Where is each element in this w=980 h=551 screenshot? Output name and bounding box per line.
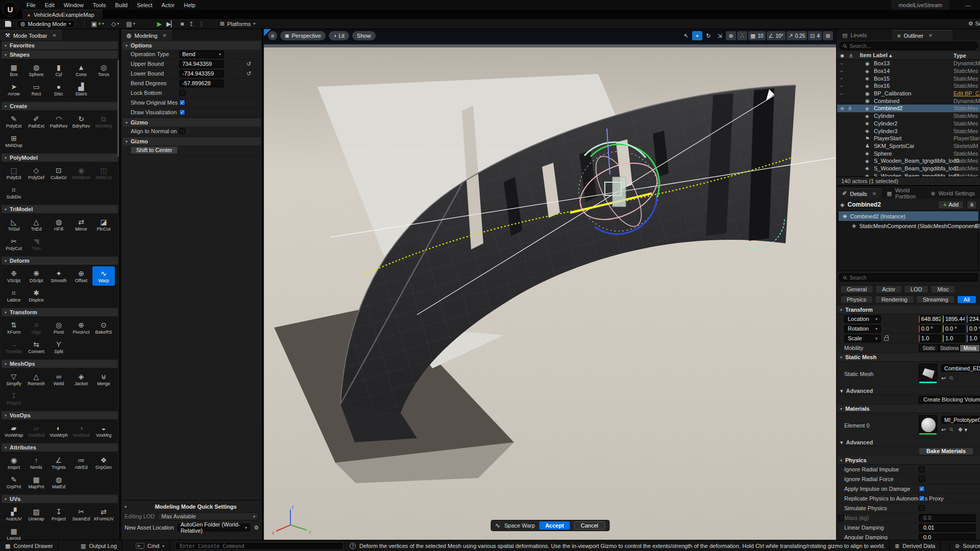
- tab-mode-toolbar[interactable]: ⚒ Mode Toolbar ✕: [0, 30, 62, 40]
- reset-to-default-icon[interactable]: ↺: [247, 70, 251, 77]
- tool-polycut[interactable]: ✂PolyCut: [3, 234, 25, 254]
- blueprints-button[interactable]: ◇▾: [108, 20, 122, 28]
- select-tool[interactable]: ↖: [681, 31, 691, 40]
- gizmo2-section-header[interactable]: ▾Gizmo: [122, 137, 261, 145]
- tool-simplfy[interactable]: ▽Simplfy: [3, 369, 25, 389]
- outliner-row-skm-sportscar[interactable]: ♟SKM_SportsCarSkeletalM: [837, 142, 980, 150]
- filter-rendering[interactable]: Rendering: [875, 295, 914, 304]
- use-selected-icon[interactable]: ↩: [941, 427, 946, 433]
- add-component-button[interactable]: + Add: [938, 201, 964, 209]
- outliner-search[interactable]: ⚲: [839, 42, 978, 50]
- level-tab[interactable]: ▲ VehicleAdvExampleMap: [22, 10, 103, 19]
- rotation-axis-select[interactable]: Rotation▾: [844, 325, 881, 333]
- perspective-selector[interactable]: ▣ Perspective: [280, 31, 326, 40]
- tool-smooth[interactable]: ✦Smooth: [47, 266, 70, 286]
- filter-streaming[interactable]: Streaming: [916, 295, 955, 304]
- tool-polyed[interactable]: ⬚PolyEd: [3, 163, 25, 183]
- tool-convert[interactable]: ⇆Convert: [25, 337, 47, 357]
- cinematics-button[interactable]: ▤▾: [122, 20, 138, 28]
- tool-tried[interactable]: △TriEd: [25, 215, 47, 234]
- tool-seamed[interactable]: ✂SeamEd: [70, 505, 92, 524]
- eye-closed-icon[interactable]: ⌣: [840, 91, 843, 96]
- cancel-button[interactable]: Cancel: [574, 521, 605, 530]
- save-icon[interactable]: [5, 21, 11, 27]
- close-icon[interactable]: ✕: [872, 191, 876, 196]
- tool-torus[interactable]: ◎Torus: [92, 60, 115, 80]
- tool-attred[interactable]: ≔AttrEd: [70, 453, 92, 472]
- settings-button[interactable]: ⚙ Se: [968, 20, 980, 27]
- tool-mated[interactable]: ◍MatEd: [47, 472, 70, 492]
- menu-help[interactable]: Help: [180, 1, 200, 9]
- tool-box[interactable]: ▦Box: [3, 60, 25, 80]
- tool-stairs[interactable]: ▟Stairs: [70, 80, 92, 99]
- materials-advanced-header[interactable]: ▾Advanced: [837, 439, 980, 446]
- grid-snap-toggle[interactable]: ▦10: [748, 31, 766, 40]
- select-operation-type[interactable]: Bend▾: [179, 51, 224, 58]
- actor-type[interactable]: Edit BP_Ca: [953, 90, 980, 96]
- tool-layout[interactable]: ▦Layout: [3, 524, 25, 540]
- tool-rect[interactable]: ▭Rect: [25, 80, 47, 99]
- rotate-tool[interactable]: ↻: [703, 31, 714, 40]
- section-header-shapes[interactable]: ▾Shapes: [2, 51, 118, 59]
- filter-physics[interactable]: Physics: [840, 295, 873, 304]
- filter-lod[interactable]: LOD: [904, 285, 929, 293]
- filter-general[interactable]: General: [840, 285, 873, 293]
- value-angular-damping[interactable]: 0.0: [919, 534, 976, 540]
- scale-tool[interactable]: ⇲: [715, 31, 725, 40]
- tool-pivot[interactable]: ◎Pivot: [47, 318, 70, 337]
- static-mesh-section-header[interactable]: ▾Static Mesh: [837, 353, 980, 362]
- tool-polyext[interactable]: ✎PolyExt: [3, 112, 25, 131]
- tool-inspct[interactable]: ◉Inspct: [3, 453, 25, 472]
- scale-value-x[interactable]: 1.0: [919, 335, 941, 342]
- tool-unwrap[interactable]: ▨Unwrap: [25, 505, 47, 524]
- value-upper-bound[interactable]: 734.943359: [179, 60, 224, 68]
- close-icon[interactable]: ✕: [52, 33, 56, 38]
- tool-mshmrg[interactable]: ⧉MshMrg: [92, 112, 115, 131]
- viewport[interactable]: x y z ≡ ▣ Perspective ◑ Lit Show ↖+↻⇲⊕∴▦…: [264, 29, 836, 540]
- mobility-static[interactable]: Static: [919, 344, 939, 352]
- static-mesh-advanced-header[interactable]: ▾Advanced: [837, 387, 980, 395]
- tool-trisel[interactable]: ◺TriSel: [3, 215, 25, 234]
- section-header-voxops[interactable]: ▾VoxOps: [2, 411, 118, 419]
- tool-align[interactable]: ≡Align: [25, 318, 47, 337]
- coordinate-space-toggle[interactable]: ⊕: [726, 31, 736, 40]
- checkbox-apply-impulse-on-damage[interactable]: ✓: [919, 486, 925, 492]
- tool-nrmls[interactable]: ↑Nrmls: [25, 453, 47, 472]
- section-header-trimodel[interactable]: ▾TriModel: [2, 205, 118, 213]
- outliner-search-input[interactable]: [849, 43, 974, 49]
- static-mesh-thumbnail[interactable]: [919, 364, 937, 382]
- tool-weld[interactable]: ∞Weld: [47, 369, 70, 389]
- outliner-row-combined2[interactable]: ◉⚲◈Combined2StaticMes: [837, 105, 980, 112]
- menu-edit[interactable]: Edit: [41, 1, 59, 9]
- tool-voxmrph[interactable]: ◐VoxMrph: [47, 421, 70, 440]
- static-mesh-asset-select[interactable]: Combined_EDCC7: [941, 364, 980, 372]
- checkbox-ignore-radial-force[interactable]: [919, 476, 925, 482]
- tool-grppnt[interactable]: ✎GrpPnt: [3, 472, 25, 492]
- menu-select[interactable]: Select: [133, 1, 157, 9]
- outliner-row-combined[interactable]: ◉CombinedDynamicM: [837, 97, 980, 105]
- view-mode-selector[interactable]: ◑ Lit: [329, 31, 349, 40]
- surface-snap-toggle[interactable]: ∴: [737, 31, 747, 40]
- tool-voxbool[interactable]: ◑VoxBool: [70, 421, 92, 440]
- quad-view-toggle[interactable]: ⊞: [823, 31, 833, 40]
- source-control-button[interactable]: ⊘ Source Control: [949, 540, 980, 551]
- details-search-input[interactable]: [849, 274, 974, 281]
- tool-grpgen[interactable]: ❖GrpGen: [92, 453, 115, 472]
- tool-tngnts[interactable]: ∠Tngnts: [47, 453, 70, 472]
- tab-world-partition[interactable]: ▦ World Partition: [881, 188, 925, 198]
- console-command-input[interactable]: [180, 543, 339, 549]
- value-mass-kg-[interactable]: 0.0: [919, 514, 976, 522]
- tool-mshdup[interactable]: ⊞MshDup: [3, 131, 25, 151]
- outliner-row-box15[interactable]: ⌣◈Box15StaticMes: [837, 74, 980, 82]
- menu-window[interactable]: Window: [60, 1, 88, 9]
- cmd-selector[interactable]: >_ Cmd ▾: [131, 540, 170, 551]
- override-checkbox[interactable]: [838, 515, 844, 521]
- tool-mirror[interactable]: ⇄Mirror: [70, 215, 92, 234]
- play-button[interactable]: ▶: [157, 20, 162, 28]
- tool-lattice[interactable]: ⌗Lattice: [3, 286, 25, 305]
- eye-closed-icon[interactable]: ⌣: [840, 68, 843, 74]
- component-row-staticmesh[interactable]: ◈ StaticMeshComponent (StaticMeshCompone…: [839, 221, 978, 231]
- collapse-arrow-icon[interactable]: ▾: [125, 505, 127, 509]
- tool-merge[interactable]: ⊎Merge: [92, 369, 115, 389]
- tool-project[interactable]: ↧Project: [47, 505, 70, 524]
